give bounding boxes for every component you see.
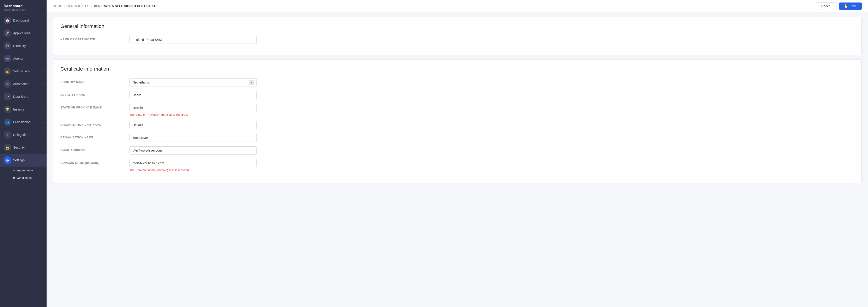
sidebar-label-data-share: Data Share [13,95,29,99]
topbar-actions: Cancel 💾 Save [816,2,862,10]
org-name-field [129,134,854,142]
directory-icon: ⚙ [4,42,11,50]
sidebar-item-applications[interactable]: 🚀 Applications ‹ [0,27,46,39]
sidebar-item-dashboard[interactable]: 🏠 Dashboard [0,14,46,27]
save-button[interactable]: 💾 Save [839,2,862,10]
sidebar-item-delegation[interactable]: ↑ Delegation ‹ [0,129,46,141]
sidebar-label-agents: Agents [13,57,23,60]
sidebar-label-directory: Directory [13,44,26,48]
topbar: HOME › CERTIFICATES › GENERATE A SELF-SI… [46,0,868,12]
common-name-error: The Common name (domain) field is requir… [129,168,854,172]
sidebar-label-applications: Applications [13,31,30,35]
sidebar-item-automation[interactable]: </> Automation ‹ [0,78,46,90]
common-name-label: COMMON NAME (DOMAIN) [60,159,124,165]
settings-icon: ⚙ [4,156,11,164]
state-province-field: The State or Province name field is requ… [129,104,854,116]
breadcrumb-sep2: › [91,4,92,8]
sidebar-item-insights[interactable]: 💡 Insights ‹ [0,103,46,116]
sidebar-item-provisioning[interactable]: 👥 Provisioning ‹ [0,116,46,129]
chevron-icon-security: ‹ [42,146,43,149]
sidebar-label-insights: Insights [13,108,24,111]
breadcrumb-certificates[interactable]: CERTIFICATES [67,4,89,8]
sidebar-nav: 🏠 Dashboard 🚀 Applications ‹ ⚙ Directory… [0,14,46,307]
breadcrumb: HOME › CERTIFICATES › GENERATE A SELF-SI… [53,4,158,8]
sidebar-title: Dashboard [4,4,43,8]
chevron-icon-provisioning: ‹ [42,121,43,124]
cert-info-section: Certificate information COUNTRY NAME Net… [53,60,862,183]
sidebar-item-data-share[interactable]: ↗ Data Share [0,90,46,103]
chevron-icon-directory: ‹ [42,44,43,47]
common-name-row: COMMON NAME (DOMAIN) The Common name (do… [60,159,854,172]
common-name-input[interactable] [129,159,257,167]
home-icon: 🏠 [4,16,11,24]
general-info-section: General information NAME OF CERTIFICATE [53,17,862,55]
locality-name-input[interactable] [129,91,257,99]
sidebar-label-dashboard: Dashboard [13,19,29,22]
sidebar-label-self-service: Self Service [13,69,30,73]
rocket-icon: 🚀 [4,29,11,37]
security-icon: 🔒 [4,144,11,151]
org-unit-row: ORGANIZATION UNIT NAME [60,121,854,129]
country-name-field: Netherlands Germany France United States… [129,78,854,87]
email-row: EMAIL ADDRESS [60,146,854,155]
chevron-icon-delegation: ‹ [42,133,43,136]
country-name-label: COUNTRY NAME [60,78,124,84]
sidebar-item-settings[interactable]: ⚙ Settings ∨ [0,154,46,167]
automation-icon: </> [4,80,11,88]
org-unit-field [129,121,854,129]
sidebar-label-automation: Automation [13,82,29,86]
sidebar-header: Dashboard Admin Dashboard [0,0,46,14]
sidebar-item-self-service[interactable]: ☝ Self Service ‹ [0,65,46,78]
sidebar: Dashboard Admin Dashboard 🏠 Dashboard 🚀 … [0,0,46,307]
breadcrumb-current: GENERATE A SELF-SIGNED CERTIFICATE [94,4,158,8]
common-name-field: The Common name (domain) field is requir… [129,159,854,172]
agents-icon: 👾 [4,55,11,62]
chevron-icon-insights: ‹ [42,108,43,111]
state-province-input[interactable] [129,104,257,112]
sidebar-label-security: Security [13,146,25,149]
cert-info-title: Certificate information [60,66,854,72]
name-of-certificate-field [129,36,854,44]
save-label: Save [849,4,857,8]
save-icon: 💾 [844,4,848,8]
data-share-icon: ↗ [4,93,11,101]
sidebar-sub-label-appearance: Appearance [17,169,33,172]
main-content: HOME › CERTIFICATES › GENERATE A SELF-SI… [46,0,868,307]
email-label: EMAIL ADDRESS [60,146,124,152]
chevron-icon-settings: ∨ [41,159,43,162]
locality-name-row: LOCALITY NAME [60,91,854,99]
sidebar-item-agents[interactable]: 👾 Agents [0,52,46,65]
insights-icon: 💡 [4,105,11,113]
page-content: General information NAME OF CERTIFICATE … [46,12,868,307]
breadcrumb-home[interactable]: HOME [53,4,62,8]
appearance-icon: ✏ [13,169,15,172]
country-name-row: COUNTRY NAME Netherlands Germany France … [60,78,854,87]
sidebar-item-directory[interactable]: ⚙ Directory ‹ [0,39,46,52]
state-province-label: STATE OR PROVINCE NAME [60,104,124,109]
org-name-row: ORGANIZATION NAME [60,134,854,142]
cancel-button[interactable]: Cancel [816,2,836,10]
state-province-row: STATE OR PROVINCE NAME The State or Prov… [60,104,854,116]
org-name-label: ORGANIZATION NAME [60,134,124,139]
name-of-certificate-input[interactable] [129,36,257,44]
sidebar-label-provisioning: Provisioning [13,120,30,124]
email-input[interactable] [129,146,257,155]
locality-name-field [129,91,854,99]
name-of-certificate-label: NAME OF CERTIFICATE [60,36,124,41]
sidebar-subtitle: Admin Dashboard [4,9,43,12]
sidebar-sub-appearance[interactable]: ✏ Appearance [0,167,46,174]
name-of-certificate-row: NAME OF CERTIFICATE [60,36,854,44]
certificate-dot-icon: ⚪ [13,177,15,179]
org-unit-input[interactable] [129,121,257,129]
sidebar-item-security[interactable]: 🔒 Security ‹ [0,141,46,154]
country-select-wrap: Netherlands Germany France United States… [129,78,257,87]
org-name-input[interactable] [129,134,257,142]
state-province-error: The State or Province name field is requ… [129,113,854,116]
country-name-select[interactable]: Netherlands Germany France United States… [129,78,257,87]
email-field [129,146,854,155]
chevron-icon-applications: ‹ [42,32,43,34]
sidebar-sub-certificates[interactable]: ⚪ Certificates [0,174,46,181]
self-service-icon: ☝ [4,67,11,75]
provisioning-icon: 👥 [4,118,11,126]
sidebar-label-settings: Settings [13,158,25,162]
